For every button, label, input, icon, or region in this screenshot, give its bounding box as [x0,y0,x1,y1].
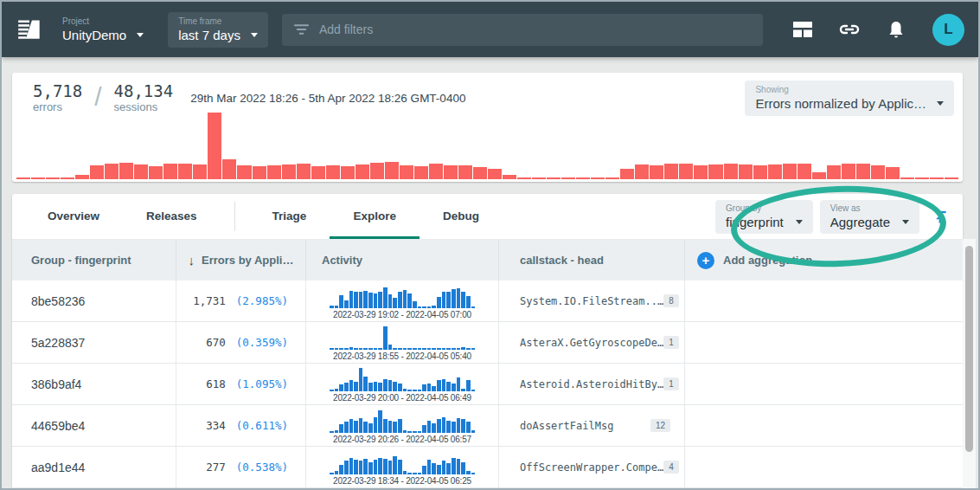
histogram-bar [473,167,487,179]
add-aggregation-button[interactable]: + Add aggregation [685,240,963,280]
callstack-head-text: Asteroid.AsteroidHitBy… [520,378,663,390]
sparkline-bar [418,431,422,433]
sparkline-bar [422,425,426,433]
fingerprint-link[interactable]: 44659be4 [31,419,85,433]
sparkline-bar [335,348,339,350]
sparkline-bar [344,422,349,433]
fingerprint-link[interactable]: aa9d1e44 [31,461,85,474]
aggregation-cell [685,364,963,404]
column-header-errors[interactable]: ↓ Errors by Appli… [176,240,306,280]
chevron-down-icon [937,101,944,106]
dashboard-icon[interactable] [792,19,813,40]
activity-sparkline [330,326,475,350]
add-aggregation-label: Add aggregation [723,254,812,267]
timeframe-dropdown[interactable]: Time frame last 7 days [168,12,268,48]
scrollbar-thumb[interactable] [965,246,973,452]
histogram-bar [208,113,221,179]
activity-cell: 2022-03-29 20:26 - 2022-04-05 06:57 [306,405,499,446]
column-header-activity[interactable]: Activity [306,240,499,280]
notifications-bell-icon[interactable] [886,19,906,40]
histogram-bar [930,177,944,179]
table-row[interactable]: 8be58236 1,731 (2.985%) 2022-03-29 19:02… [12,280,963,322]
histogram-bar [827,165,841,179]
histogram-bar [783,164,797,179]
histogram-bar [842,164,855,179]
sessions-label: sessions [114,100,174,113]
sparkline-bar [452,348,456,350]
filters-search-box[interactable] [282,14,763,46]
tab-triage[interactable]: Triage [249,194,330,239]
sparkline-bar [461,419,465,433]
histogram-bar [458,165,472,179]
histogram-bar [945,177,958,179]
tab-explore[interactable]: Explore [330,194,420,239]
sparkline-bar [344,348,349,350]
table-row[interactable]: aa9d1e44 277 (0.538%) 2022-03-29 18:34 -… [12,447,963,488]
sparkline-bar [413,431,417,433]
histogram-bar [900,177,914,179]
sparkline-bar [471,306,476,308]
sparkline-bar [413,473,417,474]
tabs-bar: Overview Releases Triage Explore Debug G… [12,194,963,239]
histogram-bar [517,177,531,179]
histogram-bar [355,164,369,179]
tab-releases[interactable]: Releases [123,194,221,239]
sparkline-bar [359,461,363,474]
sparkline-bar [344,461,349,474]
table-row[interactable]: 5a228837 670 (0.359%) 2022-03-29 18:55 -… [12,322,963,364]
table-row[interactable]: 44659be4 334 (0.611%) 2022-03-29 20:26 -… [12,405,963,447]
backtrace-logo-icon [17,17,42,42]
errors-count: 1,731 [193,294,226,307]
sparkline-bar [403,389,407,391]
sparkline-bar [442,348,446,350]
view-as-dropdown[interactable]: View as Aggregate [820,200,919,234]
showing-dropdown[interactable]: Showing Errors normalized by Applic… [745,81,954,116]
sparkline-bar [359,368,363,391]
sparkline-bar [461,292,465,308]
sparkline-bar [442,461,446,474]
sparkline-bar [393,456,397,474]
column-header-callstack-head[interactable]: callstack - head [499,240,685,280]
table-row[interactable]: 386b9af4 618 (1.095%) 2022-03-29 20:00 -… [12,364,963,405]
sparkline-bar [413,390,417,391]
fingerprint-link[interactable]: 5a228837 [31,336,85,350]
group-by-value: fingerprint [726,214,784,230]
sparkline-bar [471,390,476,391]
user-avatar[interactable]: L [932,14,964,46]
sparkline-bar [471,430,476,433]
activity-date-range: 2022-03-29 20:00 - 2022-04-05 06:49 [333,393,471,403]
timeframe-label: Time frame [178,16,258,27]
sparkline-bar [354,460,358,474]
histogram-bar [75,175,89,179]
histogram-bar [664,164,678,179]
sparkline-bar [422,348,426,350]
tab-debug[interactable]: Debug [420,194,503,239]
view-as-value: Aggregate [830,214,890,230]
fingerprint-link[interactable]: 8be58236 [31,294,85,308]
sparkline-bar [339,348,343,350]
histogram-bar [178,164,192,179]
sparkline-bar [437,380,441,391]
project-dropdown[interactable]: Project UnityDemo [52,12,154,48]
collapse-chart-icon[interactable] [930,206,951,227]
link-icon[interactable] [839,19,860,40]
sparkline-bar [335,306,339,308]
date-range-text: 29th Mar 2022 18:26 - 5th Apr 2022 18:26… [190,92,465,105]
histogram-bar [414,166,428,179]
histogram-bar [871,165,885,179]
errors-label: errors [33,100,82,113]
fingerprint-link[interactable]: 386b9af4 [31,377,81,391]
sparkline-bar [393,298,397,308]
sparkline-bar [388,294,393,308]
sparkline-bar [330,306,334,308]
callstack-cell: AsteraX.GetGyroscopeDe… 1 [499,322,685,363]
activity-date-range: 2022-03-29 18:34 - 2022-04-05 06:25 [333,476,471,486]
tab-overview[interactable]: Overview [24,194,123,239]
errors-cell: 670 (0.359%) [176,322,306,363]
sparkline-bar [452,458,456,474]
filters-input[interactable] [319,23,751,36]
group-by-dropdown[interactable]: Group by fingerprint [715,200,813,234]
sparkline-bar [349,380,354,391]
column-header-group-fingerprint[interactable]: Group - fingerprint [12,240,176,280]
errors-histogram[interactable] [16,113,958,179]
